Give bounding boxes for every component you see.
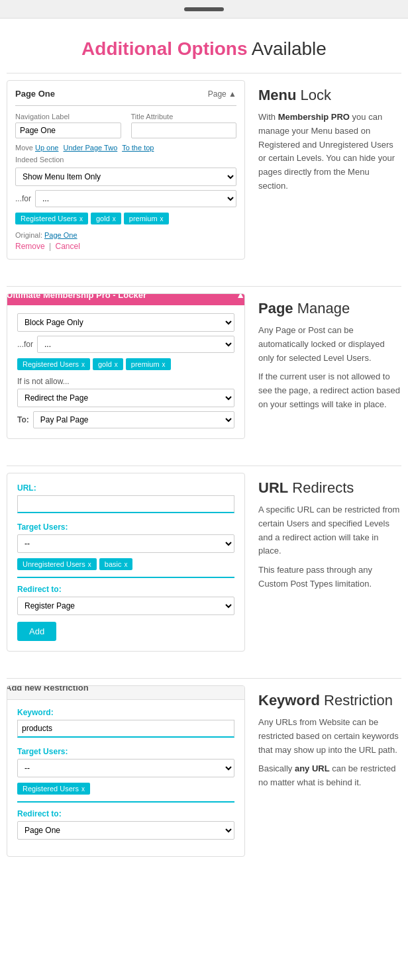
page-tags-row: Registered Users x gold x premium x [17, 358, 234, 370]
url-redirects-desc2: This feature pass through any Custom Pos… [258, 564, 401, 591]
keyword-restriction-section: Add new Restriction Keyword: Target User… [7, 678, 401, 863]
nav-label: Navigation Label [15, 113, 121, 121]
tag-gold[interactable]: gold x [91, 213, 121, 224]
for-select[interactable]: ... [35, 190, 236, 207]
menu-page-label: Page ▲ [208, 89, 236, 99]
keyword-restriction-desc1: Any URLs from Website can be restricted … [258, 716, 401, 757]
header-title-highlight: Additional Options [81, 38, 247, 59]
menu-tags-row: Registered Users x gold x premium x [15, 213, 236, 224]
menu-page-title: Page One [15, 89, 55, 99]
under-page-two-link[interactable]: Under Page Two [64, 144, 118, 152]
header-title-rest: Available [248, 38, 327, 59]
menu-lock-preview-box: Page One Page ▲ Navigation Label Title A… [7, 80, 245, 260]
block-select[interactable]: Block Page Only [17, 313, 234, 332]
sections-container: Page One Page ▲ Navigation Label Title A… [0, 73, 408, 863]
menu-lock-title-bold: Menu [258, 87, 296, 103]
url-input[interactable] [17, 495, 234, 513]
menu-move-links: Move Up one Under Page Two To the top [15, 144, 236, 152]
for-row-page: ...for ... [17, 336, 234, 353]
page-manage-title-bold: Page [258, 300, 293, 317]
keyword-restriction-preview: Add new Restriction Keyword: Target User… [7, 685, 245, 857]
menu-lock-title-rest: Lock [301, 87, 331, 103]
original-row: Original: Page One [15, 231, 236, 239]
title-attr-input[interactable] [131, 122, 237, 138]
for-label-page: ...for [17, 340, 33, 349]
keyword-restriction-desc2: Basically any URL can be restricted no m… [258, 762, 401, 790]
keyword-redirect-select[interactable]: Page One [17, 821, 234, 840]
tag-registered[interactable]: Registered Users x [15, 213, 88, 224]
nav-input[interactable] [15, 122, 121, 138]
show-menu-select[interactable]: Show Menu Item Only [15, 168, 236, 186]
redirect-select-page[interactable]: Redirect the Page [17, 389, 234, 407]
url-redirects-desc1: A specific URL can be restricted from ce… [258, 503, 401, 558]
indeed-section-label: Indeed Section [15, 156, 236, 164]
for-label: ...for [15, 194, 31, 203]
keyword-box-header: Add new Restriction [7, 685, 245, 700]
page-header: Additional Options Available [0, 19, 408, 73]
locker-title: Ultimate Membership Pro - Locker [7, 293, 146, 300]
tag-unregistered[interactable]: Unregistered Users x [17, 558, 97, 570]
url-redirects-preview: URL: Target Users: -- Unregistered Users… [7, 473, 245, 652]
tag-premium-page[interactable]: premium x [126, 358, 171, 370]
for-row: ...for ... [15, 190, 236, 207]
tag-registered-page[interactable]: Registered Users x [17, 358, 90, 370]
keyword-restriction-description: Keyword Restriction Any URLs from Websit… [258, 685, 401, 795]
tag-gold-page[interactable]: gold x [93, 358, 123, 370]
add-button[interactable]: Add [17, 622, 56, 641]
redirect-to-select[interactable]: Register Page [17, 597, 234, 615]
top-bar-indicator [184, 7, 224, 11]
url-field-label: URL: [17, 483, 234, 493]
menu-lock-section: Page One Page ▲ Navigation Label Title A… [7, 73, 401, 266]
paypal-select[interactable]: Pay Pal Page [33, 411, 234, 428]
top-bar [0, 0, 408, 19]
to-top-link[interactable]: To the top [122, 144, 154, 152]
url-redirects-preview-box: URL: Target Users: -- Unregistered Users… [7, 473, 245, 652]
nav-label-field: Navigation Label [15, 113, 121, 138]
url-tags-row: Unregistered Users x basic x [17, 558, 234, 570]
tag-basic[interactable]: basic x [99, 558, 133, 570]
divider [17, 577, 234, 578]
keyword-divider [17, 801, 234, 803]
menu-field-row: Navigation Label Title Attribute [15, 113, 236, 138]
target-users-select[interactable]: -- [17, 534, 234, 553]
paypal-row: To: Pay Pal Page [17, 411, 234, 428]
cancel-link[interactable]: Cancel [56, 242, 80, 251]
if-not-allow: If is not allow... [17, 377, 234, 386]
url-redirects-section: URL: Target Users: -- Unregistered Users… [7, 466, 401, 658]
keyword-target-label: Target Users: [17, 747, 234, 756]
title-attr-field: Title Attribute [131, 113, 237, 138]
keyword-field-label: Keyword: [17, 708, 234, 717]
to-label: To: [17, 415, 29, 424]
page-manage-preview: Ultimate Membership Pro - Locker ▲ Block… [7, 293, 245, 439]
remove-link[interactable]: Remove [15, 242, 45, 251]
page-manage-preview-box: Ultimate Membership Pro - Locker ▲ Block… [7, 293, 245, 439]
page-manage-description: Page Manage Any Page or Post can be auto… [258, 293, 401, 417]
menu-lock-preview: Page One Page ▲ Navigation Label Title A… [7, 80, 245, 260]
menu-lock-desc: With Membership PRO you can manage your … [258, 111, 401, 193]
locker-arrow-icon: ▲ [236, 293, 245, 300]
url-redirects-title-rest: Redirects [292, 479, 354, 496]
for-select-page[interactable]: ... [37, 336, 234, 353]
redirect-to-label: Redirect to: [17, 585, 234, 594]
menu-lock-description: Menu Lock With Membership PRO you can ma… [258, 80, 401, 199]
page-manage-desc1: Any Page or Post can be automatically lo… [258, 324, 401, 365]
locker-header: Ultimate Membership Pro - Locker ▲ [7, 293, 245, 305]
keyword-tags-row: Registered Users x [17, 783, 234, 795]
title-attr-label: Title Attribute [131, 113, 237, 121]
keyword-redirect-label: Redirect to: [17, 809, 234, 818]
original-link[interactable]: Page One [44, 231, 77, 239]
page-manage-desc2: If the current user is not allowed to se… [258, 370, 401, 411]
keyword-target-select[interactable]: -- [17, 759, 234, 777]
remove-links: Remove | Cancel [15, 242, 236, 251]
up-one-link[interactable]: Up one [35, 144, 58, 152]
page-manage-title-rest: Manage [297, 300, 350, 317]
target-users-label: Target Users: [17, 522, 234, 532]
url-redirects-description: URL Redirects A specific URL can be rest… [258, 473, 401, 597]
tag-premium[interactable]: premium x [124, 213, 169, 224]
tag-registered-kw[interactable]: Registered Users x [17, 783, 90, 795]
keyword-restriction-title-rest: Restriction [324, 692, 393, 709]
keyword-input[interactable] [17, 720, 234, 738]
keyword-restriction-title-bold: Keyword [258, 692, 320, 709]
page-manage-section: Ultimate Membership Pro - Locker ▲ Block… [7, 286, 401, 446]
keyword-restriction-preview-box: Add new Restriction Keyword: Target User… [7, 685, 245, 857]
